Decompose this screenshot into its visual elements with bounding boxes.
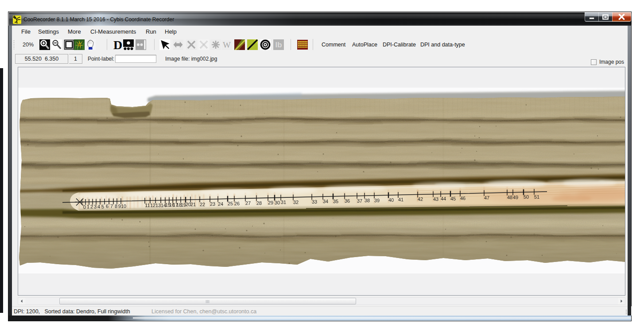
svg-text:12: 12 [150, 203, 155, 208]
svg-text:37: 37 [357, 198, 362, 204]
svg-text:47: 47 [484, 195, 489, 200]
svg-text:41: 41 [398, 197, 403, 202]
svg-text:38: 38 [365, 198, 370, 203]
svg-text:23: 23 [210, 201, 215, 207]
svg-text:4: 4 [97, 204, 100, 209]
svg-text:39: 39 [374, 198, 380, 203]
svg-text:30: 30 [275, 200, 280, 205]
svg-text:46: 46 [460, 196, 466, 201]
svg-text:48: 48 [507, 195, 512, 200]
svg-text:27: 27 [245, 200, 251, 206]
svg-text:D: D [113, 38, 122, 51]
svg-text:43: 43 [433, 196, 438, 202]
svg-text:50: 50 [524, 194, 529, 200]
svg-text:7: 7 [110, 204, 113, 209]
svg-text:28: 28 [256, 200, 262, 206]
svg-text:5: 5 [101, 204, 104, 209]
svg-text:2: 2 [90, 204, 93, 209]
svg-text:6: 6 [106, 204, 109, 209]
svg-text:25: 25 [228, 201, 233, 206]
svg-text:11: 11 [145, 203, 150, 208]
svg-text:42: 42 [418, 196, 423, 202]
svg-text:W: W [223, 40, 231, 50]
svg-text:49: 49 [513, 195, 518, 200]
svg-text:32: 32 [293, 200, 299, 205]
svg-text:1: 1 [87, 204, 89, 209]
svg-text:24: 24 [218, 201, 223, 207]
svg-text:51: 51 [534, 194, 539, 200]
svg-text:3: 3 [94, 204, 97, 209]
svg-text:34: 34 [323, 199, 328, 204]
svg-text:10: 10 [121, 204, 126, 209]
svg-text:36: 36 [345, 198, 350, 204]
svg-text:26: 26 [234, 201, 240, 206]
svg-text:21: 21 [190, 202, 196, 207]
svg-text:31: 31 [281, 200, 286, 205]
svg-text:33: 33 [312, 199, 317, 204]
svg-text:0: 0 [83, 204, 86, 210]
svg-text:22: 22 [200, 202, 205, 207]
svg-text:44: 44 [441, 196, 446, 201]
svg-text:29: 29 [268, 200, 273, 205]
svg-text:lb: lb [275, 41, 282, 49]
svg-text:35: 35 [333, 199, 338, 204]
svg-text:8: 8 [115, 204, 117, 209]
svg-text:45: 45 [450, 196, 456, 201]
svg-text:13: 13 [155, 203, 161, 208]
svg-text:40: 40 [388, 197, 394, 203]
